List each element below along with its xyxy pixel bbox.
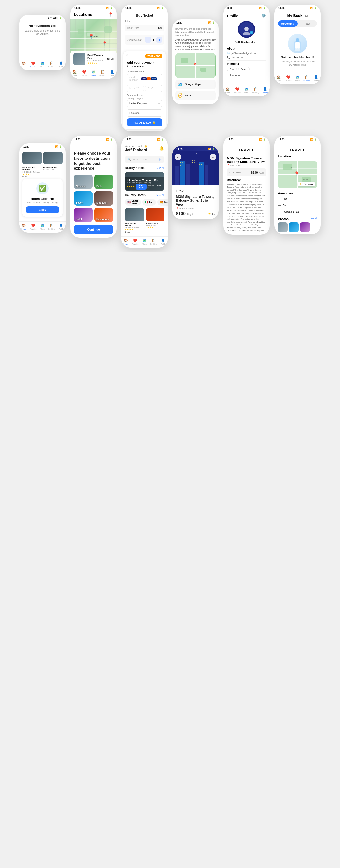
country-view-all[interactable]: View All (157, 194, 164, 196)
nav-maps[interactable]: 🗺️ Maps (40, 61, 45, 68)
nav-maps[interactable]: 🗺️ Maps (91, 70, 96, 76)
svg-point-39 (196, 153, 197, 154)
country-select[interactable]: United Kingdom ▾ (127, 100, 162, 107)
search-bar[interactable]: 🔍 Search Hotels ⚙ (125, 156, 164, 163)
close-success-button[interactable]: Close (26, 206, 59, 213)
hotels-list: Best Western Premie... 6 E 30th St, NoMa… (125, 208, 164, 234)
country-italy[interactable]: 🇮🇹 Italy (142, 199, 156, 206)
status-bar: 8:41 📶 🔋 (223, 5, 270, 10)
nav-favorite[interactable]: ❤️ Favorite (285, 75, 292, 82)
nav-maps[interactable]: 🗺️ Maps (142, 239, 147, 245)
cvc-field[interactable]: CVC ℹ (145, 85, 162, 92)
nav-booking[interactable]: 📋 Booking (252, 87, 259, 94)
svg-rect-36 (201, 164, 202, 164)
nav-favorite[interactable]: ❤️ Favorite (81, 70, 88, 76)
nav-home[interactable]: 🏠 Home (276, 75, 281, 82)
nav-profile[interactable]: 👤 Profile (313, 75, 319, 82)
book-now-button[interactable]: Book Now (135, 184, 147, 190)
nearby-hotel-card[interactable]: Hilton Grand Vacations Clu... Jl.Wahyu A… (125, 172, 164, 191)
interest-experience[interactable]: Experience (227, 73, 243, 77)
tab-past[interactable]: Past (298, 21, 317, 27)
nav-home[interactable]: 🏠 Home (21, 223, 26, 230)
postcode-input[interactable] (127, 110, 162, 117)
nav-maps[interactable]: 🗺️ Maps (244, 87, 249, 94)
hotel-card-map[interactable]: Best Western Pr... 6 E 30th St, NoMa... … (70, 51, 117, 68)
mm-yy-field[interactable]: MM / YY (127, 85, 144, 92)
navigate-button[interactable]: 🧭 Navigate (298, 182, 315, 186)
location-pin-icon: 📍 (293, 171, 300, 177)
see-all-button[interactable]: See All (310, 217, 317, 221)
nav-profile[interactable]: 👤 Profile (109, 70, 115, 76)
hotel-card-1[interactable]: Best Western Premie... 6 E 30th St, NoMa… (125, 208, 144, 234)
dest-museum[interactable]: Museum (74, 175, 93, 189)
nav-booking[interactable]: 📋 Booking (48, 61, 55, 68)
back-button[interactable]: ← (175, 154, 181, 160)
nav-profile[interactable]: 👤 Profile (262, 87, 268, 94)
photo-1[interactable] (278, 222, 287, 232)
map-view[interactable]: ST. ALBANS 📍 📍 Best Western Pr... 6 E 30… (70, 19, 117, 68)
nav-home[interactable]: 🏠 Home (21, 61, 26, 68)
google-maps-icon: 🗺️ (178, 82, 183, 87)
mini-map[interactable]: 📍 (175, 53, 216, 78)
nav-favorite[interactable]: ❤️ Favorite (234, 87, 241, 94)
svg-point-38 (184, 154, 185, 154)
hotel-card-2[interactable]: Renaissance W West 25th... ★★★★ (146, 208, 164, 234)
photo-3[interactable] (300, 222, 310, 232)
close-modal-button[interactable]: ✕ (125, 53, 128, 57)
status-bar: 11:33 📶 🔋 (274, 5, 320, 10)
country-us[interactable]: 🇺🇸 United State (125, 199, 141, 206)
nav-booking[interactable]: 📋 Booking (99, 70, 106, 76)
nav-home[interactable]: 🏠 Home (225, 87, 230, 94)
star-rating-icon: ★ (208, 212, 211, 216)
country-flags-list: 🇺🇸 United State 🇮🇹 Italy 🇪🇸 Sp... (125, 199, 164, 206)
svg-rect-30 (180, 165, 181, 166)
nav-profile[interactable]: 👤 Profile (58, 61, 64, 68)
nav-favorite[interactable]: ❤️ Favorite (30, 223, 37, 230)
google-maps-option[interactable]: 🗺️ Google Maps (175, 80, 216, 89)
nav-booking[interactable]: 📋 Booking (303, 75, 310, 82)
room-price-row: Room Price $100 /night (227, 168, 266, 177)
map-apps-list: 🗺️ Google Maps 🧭 Waze (175, 80, 216, 100)
nav-home[interactable]: 🏠 Home (72, 70, 77, 76)
settings-icon[interactable]: ⚙️ (261, 13, 266, 18)
photo-2[interactable] (289, 222, 299, 232)
continue-button[interactable]: Continue (74, 225, 113, 234)
maps-icon: 🗺️ (40, 223, 44, 227)
nav-maps[interactable]: 🗺️ Maps (295, 75, 300, 82)
country-sp[interactable]: 🇪🇸 Sp... (157, 199, 167, 206)
interest-beach[interactable]: Beach (238, 67, 250, 71)
profile-content: Profile ⚙️ Jeff Richardson About ✉️ jeff… (223, 10, 270, 80)
nav-profile[interactable]: 👤 Profile (58, 223, 64, 230)
location-map[interactable]: Cemara City Mall Industria... 📍 🧭 Naviga… (278, 161, 317, 188)
tab-upcoming[interactable]: Upcoming (278, 21, 298, 27)
back-arrow-icon[interactable]: ← (278, 143, 282, 147)
dest-beach[interactable]: Beach (74, 191, 93, 206)
nav-booking[interactable]: 📋 Booking (150, 239, 157, 245)
nearby-view-all[interactable]: View All (157, 167, 164, 169)
dest-park[interactable]: Park (94, 175, 113, 189)
nav-maps[interactable]: 🗺️ Maps (40, 223, 45, 230)
location-pin-icon[interactable]: 📍 (108, 12, 113, 17)
notification-bell-icon[interactable]: 🔔 (159, 146, 164, 151)
dest-mountain[interactable]: Mountain (94, 191, 113, 206)
increase-qty-button[interactable]: + (156, 37, 162, 43)
back-arrow-icon[interactable]: ← (227, 143, 231, 147)
decrease-qty-button[interactable]: − (145, 37, 151, 43)
filter-icon[interactable]: ⚙ (159, 158, 162, 161)
waze-option[interactable]: 🧭 Waze (175, 91, 216, 100)
navigate-icon: 🧭 (300, 183, 303, 185)
interest-park[interactable]: Park (227, 67, 237, 71)
nav-home[interactable]: 🏠 Home (123, 239, 128, 245)
pay-button[interactable]: Pay US$25.00 🔒 (127, 119, 162, 126)
nav-favorite[interactable]: ❤️ Favorite (132, 239, 139, 245)
card-number-field[interactable]: Card number VISA AMEX ⋯ (127, 74, 162, 84)
screen-profile: 8:41 📶 🔋 Profile ⚙️ Jeff Richardson Abou… (223, 5, 270, 96)
nav-booking[interactable]: 📋 Booking (48, 223, 55, 230)
favorite-button[interactable]: ♡ (210, 154, 216, 160)
back-arrow-icon[interactable]: ← (74, 143, 78, 147)
nav-profile[interactable]: 👤 Profile (160, 239, 166, 245)
profile-icon: 👤 (59, 223, 63, 227)
dest-experience[interactable]: Experience (94, 208, 113, 222)
nav-favorite[interactable]: ❤️ Favorite (30, 61, 37, 68)
dest-hotel[interactable]: Hotel (74, 208, 93, 222)
